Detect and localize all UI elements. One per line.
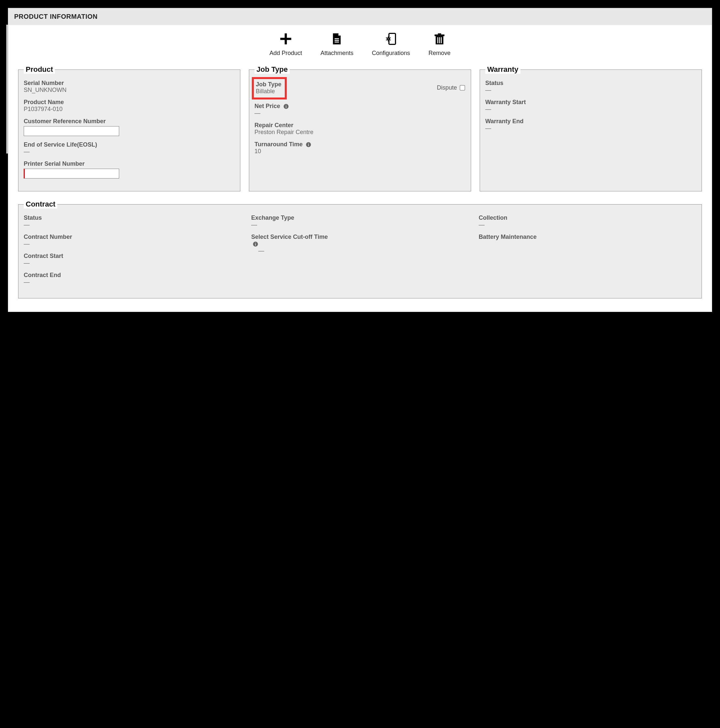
svg-rect-11 (439, 37, 440, 43)
cutoff-label: Select Service Cut-off Time (251, 234, 469, 248)
contract-start-value: — (24, 260, 29, 266)
customer-reference-input[interactable] (24, 126, 119, 136)
warranty-start-label: Warranty Start (485, 99, 696, 106)
contract-fieldset: Contract Status — Contract Number — Cont… (18, 200, 702, 298)
jobtype-legend: Job Type (255, 65, 290, 74)
svg-rect-2 (335, 38, 339, 39)
contract-status-label: Status (24, 214, 241, 221)
svg-rect-20 (255, 244, 256, 246)
svg-rect-4 (335, 41, 339, 43)
svg-rect-3 (335, 40, 339, 41)
product-name-value: P1037974-010 (24, 106, 63, 112)
turnaround-label: Turnaround Time (255, 141, 465, 148)
remove-button[interactable]: Remove (429, 32, 451, 57)
content-area: Product Serial Number SN_UNKNOWN Product… (8, 65, 712, 312)
warranty-start-value: — (485, 106, 491, 112)
job-type-label: Job Type (256, 81, 281, 88)
toolbar-label: Attachments (320, 50, 353, 57)
printer-serial-input[interactable] (24, 169, 119, 179)
scrollbar-fragment (6, 25, 8, 153)
cutoff-value: — (258, 248, 264, 254)
eosl-value: — (24, 148, 29, 155)
jobtype-highlight: Job Type Billable (252, 77, 287, 99)
collection-value: — (479, 221, 484, 228)
warranty-status-label: Status (485, 80, 696, 87)
section-header: PRODUCT INFORMATION (8, 8, 712, 25)
dispute-control[interactable]: Dispute (437, 84, 465, 91)
settings-device-icon (384, 32, 398, 47)
dispute-label: Dispute (437, 84, 457, 91)
customer-reference-label: Customer Reference Number (24, 118, 235, 125)
serial-number-label: Serial Number (24, 80, 235, 87)
warranty-status-value: — (485, 87, 491, 93)
job-type-value: Billable (256, 88, 275, 95)
product-information-panel: PRODUCT INFORMATION Add Product Attachme… (8, 8, 712, 312)
product-fieldset: Product Serial Number SN_UNKNOWN Product… (18, 65, 240, 191)
repair-center-value: Preston Repair Centre (255, 129, 313, 135)
info-icon[interactable] (283, 104, 289, 109)
serial-number-value: SN_UNKNOWN (24, 87, 67, 93)
plus-icon (279, 32, 292, 47)
contract-end-label: Contract End (24, 272, 241, 279)
toolbar-label: Remove (429, 50, 451, 57)
info-icon[interactable] (305, 142, 311, 148)
svg-rect-9 (438, 33, 441, 34)
add-product-button[interactable]: Add Product (269, 32, 302, 57)
svg-rect-21 (255, 243, 256, 243)
printer-serial-label: Printer Serial Number (24, 161, 235, 167)
dispute-checkbox[interactable] (459, 85, 465, 90)
contract-legend: Contract (24, 200, 57, 208)
attachments-button[interactable]: Attachments (320, 32, 353, 57)
contract-number-label: Contract Number (24, 234, 241, 240)
svg-rect-18 (308, 143, 309, 144)
toolbar: Add Product Attachments Configurations R… (8, 25, 712, 65)
exchange-type-value: — (251, 221, 257, 228)
trash-icon (433, 32, 446, 47)
svg-rect-10 (437, 37, 438, 43)
svg-rect-12 (441, 37, 442, 43)
warranty-legend: Warranty (485, 65, 520, 74)
document-icon (330, 32, 343, 47)
eosl-label: End of Service Life(EOSL) (24, 141, 235, 148)
svg-rect-17 (308, 144, 309, 146)
toolbar-label: Add Product (269, 50, 302, 57)
jobtype-fieldset: Job Type Job Type Billable Dispute Net P… (249, 65, 471, 191)
contract-end-value: — (24, 279, 29, 285)
warranty-end-label: Warranty End (485, 118, 696, 125)
warranty-end-value: — (485, 125, 491, 132)
exchange-type-label: Exchange Type (251, 214, 469, 221)
collection-label: Collection (479, 214, 696, 221)
contract-start-label: Contract Start (24, 253, 241, 260)
turnaround-value: 10 (255, 148, 261, 154)
net-price-value: — (255, 110, 260, 116)
contract-status-value: — (24, 221, 29, 228)
toolbar-label: Configurations (372, 50, 410, 57)
net-price-label: Net Price (255, 103, 465, 110)
product-name-label: Product Name (24, 99, 235, 106)
configurations-button[interactable]: Configurations (372, 32, 410, 57)
info-icon[interactable] (253, 241, 258, 247)
svg-rect-15 (286, 105, 287, 106)
svg-rect-1 (280, 38, 291, 40)
svg-rect-8 (435, 35, 444, 36)
svg-rect-14 (286, 106, 287, 108)
battery-maintenance-label: Battery Maintenance (479, 234, 696, 240)
contract-number-value: — (24, 240, 29, 247)
product-legend: Product (24, 65, 55, 74)
warranty-fieldset: Warranty Status — Warranty Start — Warra… (480, 65, 702, 191)
repair-center-label: Repair Center (255, 122, 465, 129)
